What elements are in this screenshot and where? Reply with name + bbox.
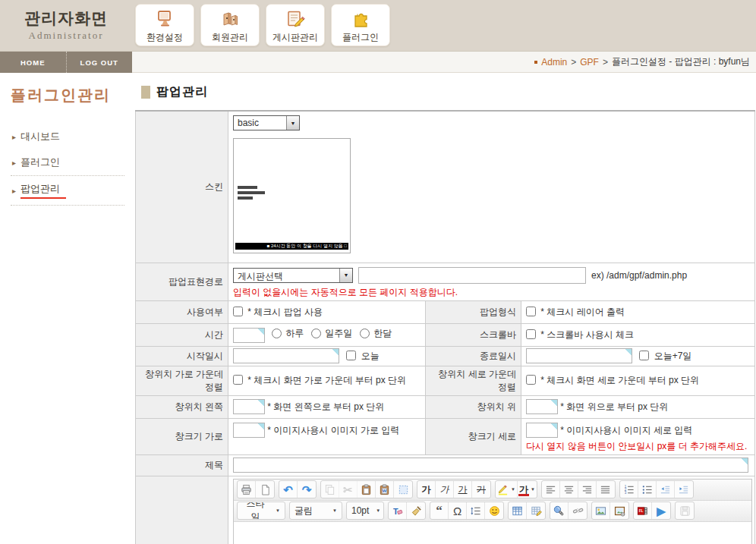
align-left-icon bbox=[545, 484, 556, 495]
nav-label: 환경설정 bbox=[146, 31, 183, 44]
strikethrough-button[interactable]: 가 bbox=[472, 481, 490, 498]
image-icon bbox=[595, 505, 606, 517]
scrollbar-checkbox[interactable] bbox=[526, 329, 536, 339]
align-left-button[interactable] bbox=[542, 481, 560, 498]
paste-button[interactable] bbox=[358, 481, 376, 498]
align-center-icon bbox=[563, 484, 575, 495]
remove-format-button[interactable]: T bbox=[389, 502, 407, 519]
ordered-list-button[interactable]: 123 bbox=[620, 481, 638, 498]
popup-settings-form: 스킨 basic ▼ ■ 24시간 동안 이 창을 다시 열지 않음 □ bbox=[135, 110, 755, 544]
link-button[interactable] bbox=[550, 502, 569, 519]
bold-button[interactable]: 가 bbox=[417, 481, 436, 498]
breadcrumb-separator: > bbox=[571, 57, 576, 68]
clean-icon bbox=[411, 505, 422, 517]
logout-button[interactable]: LOG OUT bbox=[66, 52, 133, 73]
font-select[interactable]: 굴림▼ bbox=[290, 502, 342, 519]
unordered-list-icon bbox=[641, 484, 653, 495]
table-icon bbox=[512, 505, 523, 517]
paste-word-button[interactable]: W bbox=[376, 481, 394, 498]
pos-top-input[interactable] bbox=[526, 399, 558, 414]
subject-input[interactable] bbox=[233, 458, 748, 473]
toolbar-group: 가가가가 bbox=[417, 480, 491, 498]
wysiwyg-editor: ↶↷✂W가가가가▼가▼123 스타일▼굴림▼10pt▼T“ΩFL▶ bbox=[233, 479, 752, 544]
select-all-button[interactable] bbox=[394, 481, 412, 498]
vcenter-checkbox[interactable] bbox=[526, 375, 536, 385]
emoticon-button[interactable] bbox=[485, 502, 503, 519]
format-checkbox[interactable] bbox=[526, 307, 536, 316]
save-button[interactable] bbox=[676, 502, 694, 519]
editor-content[interactable] bbox=[234, 522, 751, 544]
flash-icon: FL bbox=[637, 505, 648, 517]
end-date-input[interactable] bbox=[526, 348, 632, 363]
size-height-label: 창크기 세로 bbox=[426, 418, 521, 454]
nav-settings-button[interactable]: 환경설정 bbox=[135, 4, 194, 46]
pos-left-input[interactable] bbox=[233, 399, 265, 414]
blockquote-button[interactable]: “ bbox=[430, 502, 449, 519]
time-radio-week[interactable] bbox=[311, 329, 321, 338]
skin-select[interactable]: basic ▼ bbox=[233, 115, 300, 130]
redo-button[interactable]: ↷ bbox=[298, 481, 316, 498]
hcenter-checkbox[interactable] bbox=[233, 375, 243, 385]
use-label: 사용여부 bbox=[136, 300, 228, 323]
chevron-down-icon: ▼ bbox=[511, 487, 515, 492]
italic-button[interactable]: 가 bbox=[436, 481, 454, 498]
image-button[interactable] bbox=[592, 502, 610, 519]
toolbar-group: 10pt▼ bbox=[346, 502, 384, 520]
start-today-checkbox[interactable] bbox=[346, 351, 356, 360]
home-button[interactable]: HOME bbox=[0, 52, 66, 73]
nav-board-button[interactable]: 게시판관리 bbox=[266, 4, 325, 46]
image-link-button[interactable] bbox=[610, 502, 628, 519]
arrow-right-icon: ▸ bbox=[12, 133, 16, 141]
sidebar-item-plugin[interactable]: ▸ 플러그인 bbox=[11, 149, 124, 176]
style-select[interactable]: 스타일▼ bbox=[238, 502, 285, 519]
svg-text:3: 3 bbox=[625, 491, 627, 495]
media-button[interactable]: ▶ bbox=[652, 502, 670, 519]
sidebar-item-dashboard[interactable]: ▸ 대시보드 bbox=[11, 124, 124, 149]
indent-button[interactable] bbox=[675, 481, 693, 498]
time-radio-month[interactable] bbox=[360, 329, 370, 338]
time-radio-day[interactable] bbox=[272, 329, 282, 338]
start-date-input[interactable] bbox=[233, 348, 339, 363]
size-height-input[interactable] bbox=[526, 423, 558, 438]
size-width-input[interactable] bbox=[233, 423, 265, 438]
line-height-button[interactable] bbox=[467, 502, 485, 519]
breadcrumb-link-gpf[interactable]: GPF bbox=[580, 57, 599, 68]
cut-button[interactable]: ✂ bbox=[339, 481, 358, 498]
outdent-button[interactable] bbox=[657, 481, 675, 498]
print-button[interactable] bbox=[238, 481, 256, 498]
toolbar-group: ▼가▼ bbox=[495, 480, 537, 498]
underline-icon: 가 bbox=[458, 484, 468, 495]
table-button[interactable] bbox=[509, 502, 527, 519]
app-title: 관리자화면 bbox=[0, 8, 132, 29]
special-char-button[interactable]: Ω bbox=[449, 502, 467, 519]
undo-button[interactable]: ↶ bbox=[279, 481, 298, 498]
breadcrumb: Admin > GPF > 플러그인설정 - 팝업관리 : byfun님 bbox=[132, 52, 756, 73]
toolbar-group: 스타일▼ bbox=[237, 502, 285, 520]
toolbar-group: 123 bbox=[619, 480, 694, 498]
unlink-button[interactable] bbox=[569, 502, 587, 519]
align-justify-button[interactable] bbox=[597, 481, 615, 498]
skin-preview: ■ 24시간 동안 이 창을 다시 열지 않음 □ bbox=[233, 138, 351, 253]
nav-plugin-button[interactable]: 플러그인 bbox=[331, 4, 390, 46]
sidebar-item-popup[interactable]: ▸ 팝업관리 bbox=[11, 176, 124, 206]
unordered-list-button[interactable] bbox=[638, 481, 657, 498]
table-edit-button[interactable] bbox=[527, 502, 545, 519]
end-today7-checkbox[interactable] bbox=[639, 351, 649, 360]
use-checkbox[interactable] bbox=[233, 307, 243, 316]
font-color-button[interactable]: 가▼ bbox=[518, 481, 537, 498]
path-input[interactable] bbox=[358, 267, 586, 284]
align-center-button[interactable] bbox=[560, 481, 578, 498]
align-right-button[interactable] bbox=[578, 481, 597, 498]
copy-button[interactable] bbox=[321, 481, 339, 498]
underline-button[interactable]: 가 bbox=[454, 481, 472, 498]
clean-button[interactable] bbox=[407, 502, 425, 519]
nav-members-button[interactable]: 회원관리 bbox=[200, 4, 260, 46]
copy-icon bbox=[324, 484, 335, 495]
highlight-color-button[interactable]: ▼ bbox=[496, 481, 518, 498]
new-document-button[interactable] bbox=[256, 481, 274, 498]
board-select[interactable]: 게시판선택 ▼ bbox=[233, 268, 353, 283]
time-input[interactable] bbox=[233, 328, 265, 343]
flash-button[interactable]: FL bbox=[634, 502, 652, 519]
size-select[interactable]: 10pt▼ bbox=[347, 502, 383, 519]
breadcrumb-link-admin[interactable]: Admin bbox=[541, 57, 567, 68]
